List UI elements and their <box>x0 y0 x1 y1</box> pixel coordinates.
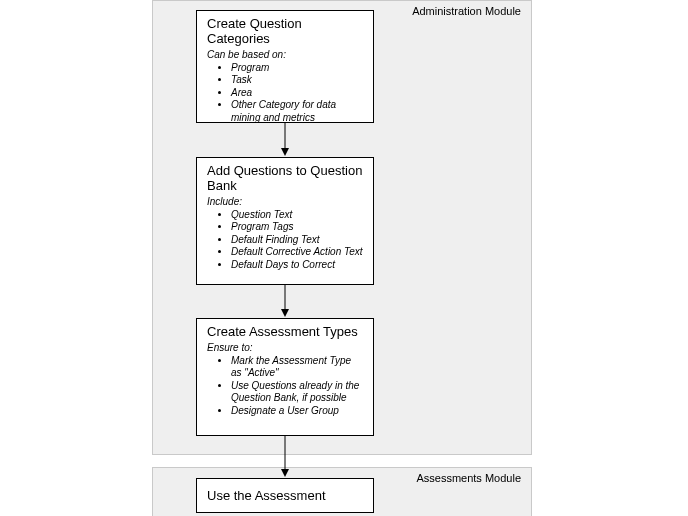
node-caption: Ensure to: <box>207 342 365 353</box>
node-caption: Include: <box>207 196 365 207</box>
node-caption: Can be based on: <box>207 49 365 60</box>
node-add-questions-to-question-bank: Add Questions to Question Bank Include: … <box>196 157 374 285</box>
node-bullets: Question Text Program Tags Default Findi… <box>207 209 365 272</box>
list-item: Designate a User Group <box>231 405 365 418</box>
panel-label-administration: Administration Module <box>412 5 521 17</box>
list-item: Default Days to Correct <box>231 259 365 272</box>
list-item: Question Text <box>231 209 365 222</box>
list-item: Area <box>231 87 365 100</box>
panel-label-assessments: Assessments Module <box>416 472 521 484</box>
flowchart-canvas: Administration Module Assessments Module… <box>0 0 688 516</box>
list-item: Program Tags <box>231 221 365 234</box>
node-create-assessment-types: Create Assessment Types Ensure to: Mark … <box>196 318 374 436</box>
node-title: Create Assessment Types <box>207 325 365 340</box>
node-create-question-categories: Create Question Categories Can be based … <box>196 10 374 123</box>
node-bullets: Program Task Area Other Category for dat… <box>207 62 365 125</box>
node-title: Use the Assessment <box>207 489 363 504</box>
list-item: Program <box>231 62 365 75</box>
list-item: Other Category for data mining and metri… <box>231 99 365 124</box>
list-item: Default Finding Text <box>231 234 365 247</box>
node-title: Create Question Categories <box>207 17 365 47</box>
list-item: Default Corrective Action Text <box>231 246 365 259</box>
node-bullets: Mark the Assessment Type as "Active" Use… <box>207 355 365 418</box>
node-use-the-assessment: Use the Assessment <box>196 478 374 513</box>
list-item: Use Questions already in the Question Ba… <box>231 380 365 405</box>
node-title: Add Questions to Question Bank <box>207 164 365 194</box>
list-item: Mark the Assessment Type as "Active" <box>231 355 365 380</box>
list-item: Task <box>231 74 365 87</box>
